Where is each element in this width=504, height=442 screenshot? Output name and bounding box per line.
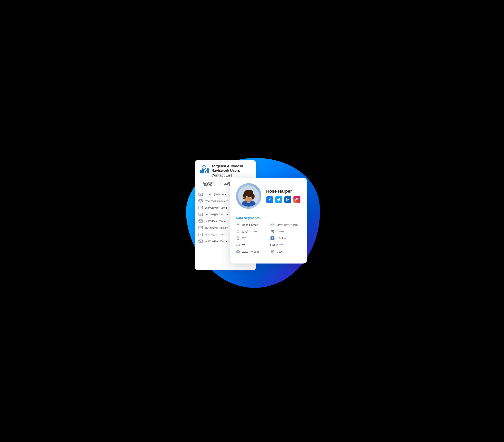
linkedin-icon[interactable] — [284, 196, 291, 203]
svg-point-7 — [203, 170, 204, 171]
flag-icon — [270, 249, 275, 254]
email-address: sha**on@ro**t.com — [205, 206, 227, 209]
filter-recently-added[interactable]: RECENTLY ADDED ▾ — [197, 180, 220, 188]
svg-point-29 — [247, 196, 248, 197]
data-item-location: ***** — [236, 236, 267, 241]
email-icon — [198, 213, 203, 216]
svg-rect-3 — [202, 169, 204, 173]
svg-rect-12 — [199, 206, 203, 209]
svg-point-6 — [200, 172, 201, 173]
email-icon — [198, 226, 203, 229]
email-icon — [198, 219, 203, 223]
data-segments-title: Data segments — [230, 216, 307, 223]
email-address: emi**on@reu**ers.com — [205, 240, 231, 243]
email-icon — [270, 223, 275, 227]
email-icon — [198, 240, 203, 243]
social-icons — [266, 196, 302, 203]
website-value: www.****.com — [242, 250, 259, 253]
svg-point-30 — [250, 196, 251, 197]
data-item-revenue: $ ** Million — [270, 236, 302, 241]
zip-icon: ZIP — [270, 243, 275, 247]
svg-point-8 — [205, 171, 206, 172]
twitter-icon[interactable] — [275, 196, 282, 203]
svg-point-32 — [243, 197, 245, 198]
avatar-container — [238, 185, 259, 207]
svg-rect-13 — [199, 213, 203, 216]
email-address: da**mh@jk**rm.com — [205, 226, 228, 229]
email-value: ros***@*****.com — [276, 223, 298, 227]
facebook-icon[interactable] — [266, 196, 273, 203]
zip-value: 30*** — [276, 244, 283, 247]
location-value: ***** — [242, 237, 247, 240]
country-value: USA — [276, 250, 282, 253]
group-icon — [236, 243, 240, 247]
chart-icon: $ — [199, 165, 209, 175]
scene: $ Targeted Autodesk Naviswork Users Cont… — [191, 152, 313, 290]
svg-rect-17 — [199, 240, 203, 243]
svg-rect-15 — [199, 226, 203, 229]
dollar-icon: $ — [270, 236, 275, 241]
svg-rect-34 — [271, 224, 274, 226]
email-icon — [198, 206, 203, 209]
data-item-email: ros***@*****.com — [270, 223, 302, 227]
email-icon — [198, 233, 203, 236]
email-address: ***yer**@incorta.com — [205, 199, 229, 202]
location-icon — [236, 236, 240, 241]
employees-value: *** — [242, 244, 245, 247]
data-item-employees: *** — [236, 243, 267, 247]
svg-point-9 — [208, 168, 208, 169]
svg-point-38 — [238, 233, 238, 233]
instagram-icon[interactable] — [293, 196, 300, 203]
globe-icon — [236, 249, 240, 254]
data-item-phone: (770)***-**** — [236, 230, 267, 234]
chevron-down-icon: ▾ — [217, 183, 218, 185]
email-icon — [198, 193, 203, 196]
person-icon — [236, 223, 240, 227]
svg-point-33 — [237, 224, 239, 225]
list-card-header: $ Targeted Autodesk Naviswork Users Cont… — [195, 160, 256, 178]
avatar-image — [238, 185, 259, 207]
profile-section: Rose Harper — [230, 178, 307, 213]
svg-rect-16 — [199, 233, 203, 236]
phone-value: (770)***-**** — [242, 230, 257, 233]
divider-top — [234, 213, 303, 213]
svg-point-25 — [243, 194, 246, 199]
id-icon — [270, 230, 275, 234]
data-item-country: USA — [270, 249, 302, 254]
email-address: mat**kl@me**kc.com — [205, 220, 229, 223]
svg-rect-10 — [199, 193, 203, 196]
divider-bottom — [234, 258, 303, 258]
profile-name: Rose Harper — [266, 189, 302, 194]
data-item-website: www.****.com — [236, 249, 267, 254]
svg-point-46 — [238, 244, 239, 245]
id-value: ******* — [276, 230, 284, 233]
name-value: Rose Harper — [242, 223, 257, 227]
svg-rect-35 — [237, 230, 239, 233]
svg-rect-14 — [199, 220, 203, 222]
phone-icon — [236, 230, 240, 234]
svg-point-24 — [244, 190, 253, 195]
avatar-ring — [236, 183, 261, 209]
email-address: ***ne***@ods.com — [205, 193, 226, 196]
svg-point-45 — [237, 244, 238, 245]
svg-text:$: $ — [203, 166, 205, 169]
svg-point-44 — [238, 237, 238, 238]
svg-rect-11 — [199, 199, 203, 202]
data-item-zip: ZIP 30*** — [270, 243, 302, 247]
profile-info: Rose Harper — [266, 189, 302, 203]
svg-point-40 — [271, 231, 272, 232]
data-item-name: Rose Harper — [236, 223, 267, 227]
email-address: geo**sn@bc**el.com — [205, 213, 229, 216]
svg-point-31 — [248, 198, 249, 199]
revenue-value: ** Million — [276, 237, 287, 240]
list-card-title: Targeted Autodesk Naviswork Users Contac… — [212, 164, 252, 178]
data-item-id: ******* — [270, 230, 302, 234]
email-address: tho**as@da**il.com — [205, 233, 227, 236]
svg-point-26 — [252, 194, 254, 199]
email-icon — [198, 199, 203, 202]
data-grid: Rose Harper ros***@*****.com — [230, 223, 307, 254]
detail-card: Rose Harper — [230, 178, 307, 264]
